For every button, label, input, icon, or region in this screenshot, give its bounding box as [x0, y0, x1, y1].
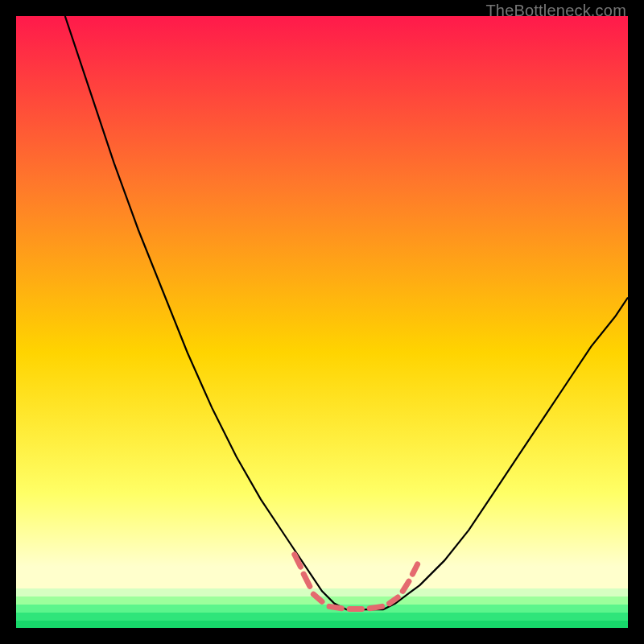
bottleneck-curve: [16, 16, 628, 628]
dash-segment: [313, 594, 322, 601]
dash-segment: [329, 606, 341, 608]
dash-segment: [402, 581, 409, 591]
watermark-text: TheBottleneck.com: [485, 2, 626, 20]
dash-segment: [303, 574, 310, 586]
chart-frame: TheBottleneck.com: [0, 0, 644, 644]
plot-area: [16, 16, 628, 628]
dash-segment: [369, 606, 382, 608]
dash-segment: [413, 564, 418, 574]
